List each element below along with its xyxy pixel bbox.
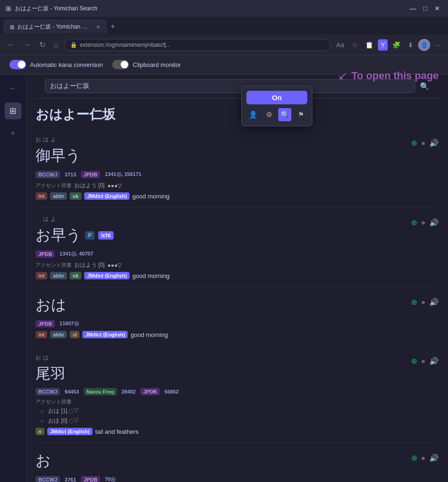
collections-button[interactable]: 📋 (362, 39, 376, 51)
entry-ohayou-1: お は よ 御早う ⊕ ● 🔊 BCCWJ 3713 JPDB 1341㋕, 1… (36, 128, 439, 208)
tag-jmdict-1: JMdict (English) (84, 192, 130, 200)
gear-icon-button[interactable]: ⚙ (262, 108, 275, 121)
reading-char-ha2: は (43, 215, 49, 223)
add-anki-button-3[interactable]: ⊕ (411, 298, 417, 307)
extensions-button[interactable]: 🧩 (390, 39, 403, 51)
accent-sub-lines-4: ○ おは [1] ◌▽ ○ おほ [0] ◌▽ (40, 407, 439, 425)
active-tab[interactable]: ⊞ おはよー仁坂 - Yomichan Search ✕ (4, 20, 107, 34)
audio-button-1[interactable]: 🔊 (429, 139, 439, 147)
accent-line-2: アクセント辞書 おはよう [0] ●●●▽ (36, 261, 439, 269)
tab-label: おはよー仁坂 - Yomichan Search (17, 23, 91, 31)
tag-sl-3: sl (70, 331, 79, 338)
entry-tags-1: BCCWJ 3713 JPDB 1341㋕, 156171 (36, 170, 439, 179)
main-layout: ← ⊞ + 🔍 おはよー仁坂 お は よ 御早う (0, 74, 448, 482)
entry-word-3: おは (36, 295, 66, 315)
tab-bar: ⊞ おはよー仁坂 - Yomichan Search ✕ + (0, 17, 448, 35)
accent-dots-1: ●●●▽ (108, 183, 122, 189)
sidebar-back-button[interactable]: ← (5, 80, 22, 97)
address-text: extension://ogmnaimimemjmbakcfj... (80, 42, 171, 48)
tag-jmdict-3: JMdict (English) (82, 331, 128, 338)
accent-label-2: アクセント辞書 (36, 262, 72, 269)
nav-icons: Aa ☆ 📋 Y 🧩 ⬇ 👤 ··· (333, 39, 443, 51)
audio-button-2[interactable]: 🔊 (429, 218, 439, 227)
entry-oha: おは ⊕ ● 🔊 JPDB 11607㋕ int abbr sl JMdict … (36, 287, 439, 346)
tag-num-1a: 3713 (62, 171, 79, 178)
reader-view-button[interactable]: Aa (333, 39, 347, 51)
tag-jpdb-5: JPDB (81, 476, 100, 482)
tag-num-4c: 56852 (162, 388, 182, 395)
entry-oha-2: お は 尾羽 ⊕ ● 🔊 BCCWJ 94453 Narou Freq 2840… (36, 346, 439, 443)
tag-narou-4: Narou Freq (84, 388, 117, 395)
address-bar[interactable]: 🔒 extension://ogmnaimimemjmbakcfj... (64, 39, 331, 51)
tab-grid-icon: ⊞ (6, 5, 11, 12)
accent-oho-1: おほ [0] ◌▽ (48, 417, 79, 425)
tag-num-5a: 3761 (62, 476, 79, 482)
title-bar: ⊞ おはよー仁坂 - Yomichan Search — □ ✕ (0, 0, 448, 17)
page-title: おはよー仁坂 (36, 98, 439, 128)
tooltip-group: ↙ To open this page (338, 69, 439, 82)
accent-line-1: アクセント辞書 おはよう [0] ●●●▽ (36, 182, 439, 190)
sidebar: ← ⊞ + (0, 74, 26, 482)
dot-button-3[interactable]: ● (421, 298, 426, 307)
tag-num-5b: 70㋕ (102, 475, 118, 482)
tag-num-3: 11607㋕ (57, 319, 82, 328)
favorites-button[interactable]: ☆ (349, 39, 361, 51)
on-button[interactable]: On (246, 91, 307, 104)
add-anki-button-2[interactable]: ⊕ (411, 218, 417, 227)
dot-button-4[interactable]: ● (421, 357, 426, 365)
window-controls: — □ ✕ (408, 3, 442, 14)
tag-num-4a: 94453 (62, 388, 82, 395)
refresh-button[interactable]: ↻ (36, 38, 48, 51)
tag-ichi-2: ichi (98, 231, 114, 240)
entry-tags-5: BCCWJ 3761 JPDB 70㋕ (36, 475, 439, 482)
entry-word-4: 尾羽 (36, 364, 65, 384)
accent-sub-2: ○ おほ [0] ◌▽ (40, 417, 439, 425)
tag-jpdb-2: JPDB (36, 250, 55, 258)
add-anki-button-1[interactable]: ⊕ (411, 139, 417, 147)
new-tab-button[interactable]: + (107, 22, 119, 32)
minimize-button[interactable]: — (408, 3, 418, 14)
entry-word-block-1: お は よ 御早う (36, 136, 81, 166)
entry-word-block-4: お は 尾羽 (36, 354, 65, 384)
entry-reading-2: は よ (36, 215, 114, 223)
maximize-button[interactable]: □ (420, 3, 430, 14)
audio-button-5[interactable]: 🔊 (429, 453, 439, 462)
clipboard-toggle[interactable] (112, 60, 129, 69)
yomichan-extension-button[interactable]: Y (378, 39, 388, 51)
dot-button-2[interactable]: ● (421, 219, 426, 227)
auto-kana-toggle[interactable] (9, 60, 26, 69)
search-icon-button[interactable]: 🔍 (278, 108, 291, 121)
tag-bccwj-4: BCCWJ (36, 388, 60, 395)
key-icon-button[interactable]: ⚑ (294, 108, 307, 121)
tag-int-2: int (36, 272, 47, 279)
tag-abbr-1: abbr (50, 192, 67, 200)
entry-header-5: お ⊕ ● 🔊 (36, 451, 439, 471)
add-anki-button-5[interactable]: ⊕ (411, 453, 417, 462)
entry-word-1: 御早う (36, 146, 81, 166)
person-icon-button[interactable]: 👤 (246, 108, 260, 121)
dot-button-1[interactable]: ● (421, 139, 426, 147)
back-button[interactable]: ← (5, 39, 18, 51)
tag-jmdict-4: JMdict (English) (47, 428, 93, 435)
forward-button[interactable]: → (21, 39, 34, 51)
tag-int-3: int (36, 331, 47, 338)
clipboard-label: Clipboard monitor (133, 61, 181, 68)
home-button[interactable]: ⌂ (51, 39, 61, 51)
tag-p-2: P (85, 231, 94, 240)
tab-close-icon[interactable]: ✕ (96, 24, 101, 30)
settings-menu-button[interactable]: ··· (432, 39, 443, 51)
auto-kana-toggle-group: Automatic kana conversion (9, 60, 103, 69)
sidebar-grid-button[interactable]: ⊞ (5, 102, 22, 119)
audio-button-3[interactable]: 🔊 (429, 298, 439, 307)
dot-button-5[interactable]: ● (421, 454, 426, 462)
tag-n-4: n (36, 428, 44, 435)
downloads-button[interactable]: ⬇ (405, 39, 416, 51)
sidebar-add-button[interactable]: + (5, 125, 22, 142)
close-button[interactable]: ✕ (432, 3, 442, 14)
tag-num-2: 1341㋕, 40707 (57, 249, 96, 258)
popup-overlay: On 👤 ⚙ 🔍 ⚑ (241, 86, 312, 126)
dict-line-4: n JMdict (English) tail and feathers (36, 428, 439, 435)
add-anki-button-4[interactable]: ⊕ (411, 357, 417, 365)
reading-char-yo: よ (51, 136, 56, 144)
audio-button-4[interactable]: 🔊 (429, 357, 439, 365)
